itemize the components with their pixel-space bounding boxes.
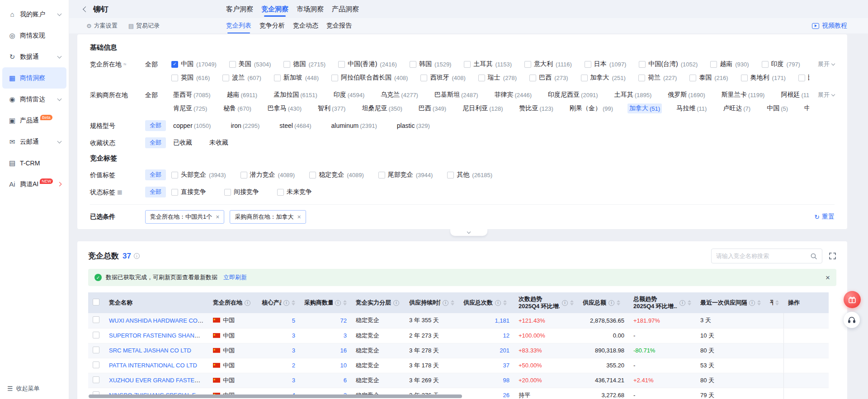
buyer-country-option[interactable]: 尼日利亚 (128) xyxy=(461,103,505,113)
checkbox[interactable] xyxy=(524,61,531,68)
status-tag-option[interactable]: 未来竞争 xyxy=(277,188,312,196)
info-icon[interactable]: i xyxy=(679,300,685,306)
core-products-link[interactable]: 2 xyxy=(292,362,295,369)
checkbox[interactable] xyxy=(224,189,231,196)
column-header[interactable]: 供应总额 i xyxy=(578,292,629,313)
horizontal-scrollbar[interactable] xyxy=(89,394,462,398)
checkbox[interactable] xyxy=(447,172,454,178)
collapse-menu-button[interactable]: ☰ 收起菜单 xyxy=(7,385,40,393)
header-action-button[interactable]: ▤ 贸易记录 xyxy=(128,22,160,30)
buyer-country-option[interactable]: 菲律宾 (2446) xyxy=(493,90,534,100)
buyer-country-option[interactable]: 马拉维 (11) xyxy=(675,103,708,113)
country-filter-option[interactable]: 比利时 (164) xyxy=(798,74,809,82)
column-header[interactable]: 总额趋势 2025Q4 环比增... i xyxy=(629,292,696,313)
row-checkbox[interactable] xyxy=(93,316,99,323)
all-option-selected[interactable]: 全部 xyxy=(145,169,166,180)
checkbox[interactable] xyxy=(410,61,416,68)
buyer-country-option[interactable]: 刚果（金） (99) xyxy=(568,103,615,113)
expand-link[interactable]: 展开 xyxy=(818,57,835,71)
sidebar-item[interactable]: ◎ 商情发现 xyxy=(2,25,66,46)
row-checkbox[interactable] xyxy=(93,347,99,353)
select-all-checkbox[interactable] xyxy=(93,299,99,305)
sort-icon[interactable] xyxy=(570,300,574,305)
checkbox[interactable] xyxy=(710,61,717,68)
checkbox[interactable] xyxy=(229,61,236,68)
column-header[interactable]: 最近一次供应间隔 i xyxy=(696,292,765,313)
buyer-country-option[interactable]: 印度尼西亚 (2091) xyxy=(546,90,600,100)
buyers-count-link[interactable]: 72 xyxy=(340,317,347,324)
buyer-country-option[interactable]: 墨西哥 (7085) xyxy=(171,90,212,100)
fullscreen-icon[interactable] xyxy=(829,252,836,260)
buyer-country-option[interactable]: 智利 (377) xyxy=(316,103,347,113)
buyer-country-option[interactable]: 印度 (4594) xyxy=(332,90,367,100)
core-products-link[interactable]: 3 xyxy=(292,377,295,384)
total-supply-count-link[interactable]: 1,181 xyxy=(495,317,509,324)
buyer-country-option[interactable]: 乌克兰 (4277) xyxy=(379,90,420,100)
buyer-country-option[interactable]: 孟加拉国 (6151) xyxy=(272,90,319,100)
column-header[interactable]: 供应持续时间 i xyxy=(405,292,459,313)
competitor-name-link[interactable]: WUXI ANSHIDA HARDWARE CO LTD xyxy=(109,317,208,324)
value-tag-option[interactable]: 其他 (26185) xyxy=(447,171,492,179)
buyer-country-option[interactable]: 巴拿马 (430) xyxy=(266,103,303,113)
header-action-button[interactable]: ⚙ 方案设置 xyxy=(86,22,118,30)
buyer-country-option[interactable]: 斯里兰卡 (1199) xyxy=(720,90,767,100)
filter-collapse-toggle[interactable] xyxy=(450,229,487,236)
sub-tab[interactable]: 竞企报告 xyxy=(326,18,352,33)
buyer-country-option[interactable]: 越南 (6911) xyxy=(225,90,259,100)
country-filter-option[interactable]: 越南 (930) xyxy=(710,60,749,68)
video-tutorial-button[interactable]: 视频教程 xyxy=(812,22,847,30)
column-header[interactable]: 平均 i xyxy=(765,292,783,313)
checkbox[interactable] xyxy=(171,75,178,81)
buyer-country-option[interactable]: 秘鲁 (670) xyxy=(222,103,253,113)
sort-icon[interactable] xyxy=(617,300,620,305)
close-icon[interactable] xyxy=(826,274,830,282)
checkbox[interactable] xyxy=(638,75,645,81)
checkbox[interactable] xyxy=(464,61,471,68)
sort-icon[interactable] xyxy=(451,300,454,305)
spec-option[interactable]: aluminum (2391) xyxy=(329,121,378,130)
info-icon[interactable]: i xyxy=(134,253,140,259)
selected-filter-tag[interactable]: 采购商所在地：加拿大 xyxy=(230,210,306,224)
back-icon[interactable] xyxy=(83,6,89,12)
buyer-country-option[interactable]: 阿根廷 (1140) xyxy=(779,90,809,100)
sidebar-item[interactable]: ▤ T-CRM xyxy=(2,152,66,174)
country-filter-option[interactable]: 加拿大 (251) xyxy=(581,74,626,82)
value-tag-option[interactable]: 头部竞企 (3943) xyxy=(171,171,226,179)
sidebar-item[interactable]: ▦ 商情洞察 xyxy=(2,67,66,89)
location-mode-icon[interactable]: ≈ xyxy=(123,57,127,71)
column-header[interactable]: 竞企实力分层 i xyxy=(351,292,405,313)
row-checkbox[interactable] xyxy=(93,361,99,368)
sub-tab[interactable]: 竞企列表 xyxy=(226,18,251,33)
column-header[interactable]: 次数趋势 2025Q4 环比增... i xyxy=(514,292,578,313)
checkbox[interactable] xyxy=(274,75,281,81)
total-supply-count-link[interactable]: 37 xyxy=(503,362,509,369)
sub-tab[interactable]: 竞企动态 xyxy=(293,18,318,33)
core-products-link[interactable]: 3 xyxy=(292,332,295,339)
total-supply-count-link[interactable]: 201 xyxy=(500,347,509,354)
checkbox[interactable] xyxy=(581,75,588,81)
competitor-name-link[interactable]: SUPERTOR FASTENING SHANGHAI... xyxy=(109,332,208,339)
column-header[interactable]: 供应总次数 i xyxy=(459,292,514,313)
sub-tab[interactable]: 竞争分析 xyxy=(259,18,285,33)
main-tab[interactable]: 市场洞察 xyxy=(297,0,324,18)
column-header[interactable]: 竞企所在地 i xyxy=(208,292,257,313)
sort-icon[interactable] xyxy=(343,300,347,305)
sidebar-item[interactable]: ⌂ 我的账户 xyxy=(2,4,66,25)
sort-icon[interactable] xyxy=(503,300,507,305)
country-filter-option[interactable]: 印度 (797) xyxy=(762,60,800,68)
sort-icon[interactable] xyxy=(292,300,295,305)
buyer-country-option[interactable]: 卢旺达 (7) xyxy=(721,103,752,113)
country-filter-option[interactable]: 阿拉伯联合酋长国 (408) xyxy=(331,74,408,82)
buyer-country-option[interactable]: 巴基斯坦 (2487) xyxy=(433,90,480,100)
checkbox[interactable] xyxy=(171,61,178,68)
checkbox[interactable] xyxy=(798,75,805,81)
info-icon[interactable]: i xyxy=(443,300,448,306)
status-tag-option[interactable]: 直接竞争 xyxy=(171,188,206,196)
buyer-country-option[interactable]: 土耳其 (1895) xyxy=(613,90,654,100)
country-filter-option[interactable]: 新加坡 (448) xyxy=(274,74,319,82)
checkbox[interactable] xyxy=(741,75,748,81)
sort-icon[interactable] xyxy=(688,300,691,305)
search-icon[interactable] xyxy=(810,253,817,260)
checkbox[interactable] xyxy=(171,189,178,196)
refresh-now-link[interactable]: 立即刷新 xyxy=(223,273,247,282)
